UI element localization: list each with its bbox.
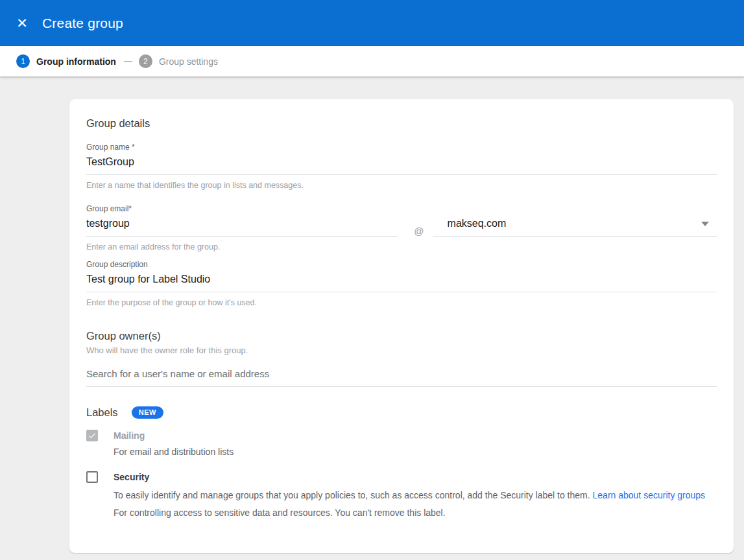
mailing-label: Mailing (114, 430, 145, 441)
step1-label: Group information (36, 56, 116, 67)
step2-circle: 2 (139, 54, 152, 68)
group-email-label: Group email* (86, 204, 398, 213)
group-description-input[interactable] (86, 273, 717, 292)
labels-title: Labels (86, 406, 118, 419)
security-checkbox[interactable] (86, 471, 98, 483)
domain-value: makseq.com (433, 217, 507, 230)
security-note: For controlling access to sensitive data… (114, 504, 717, 522)
wizard-stepper: 1 Group information 2 Group settings (0, 46, 744, 76)
labels-header: Labels NEW (86, 406, 717, 419)
step-group-information[interactable]: 1 Group information (16, 54, 116, 68)
group-name-input[interactable] (86, 156, 717, 175)
group-owners-title: Group owner(s) (86, 329, 717, 342)
owner-search-input[interactable] (86, 368, 717, 387)
group-description-label: Group description (86, 260, 717, 269)
group-email-row: Group email* Enter an email address for … (86, 204, 717, 252)
close-icon[interactable]: ✕ (14, 16, 30, 31)
chevron-down-icon (701, 222, 709, 226)
group-email-helper: Enter an email address for the group. (86, 242, 398, 252)
checkmark-icon (88, 431, 97, 440)
page-body: Group details Group name * Enter a name … (0, 76, 744, 553)
group-owners-subtitle: Who will have the owner role for this gr… (86, 346, 717, 355)
security-description: To easily identify and manage groups tha… (114, 487, 717, 522)
group-email-input[interactable] (86, 217, 398, 237)
security-label: Security (114, 472, 149, 482)
new-badge: NEW (132, 406, 163, 419)
label-option-security: Security To easily identify and manage g… (86, 471, 717, 522)
step2-label: Group settings (159, 56, 218, 67)
dialog-title: Create group (42, 16, 123, 31)
security-description-text: To easily identify and manage groups tha… (114, 490, 590, 500)
step-group-settings[interactable]: 2 Group settings (139, 54, 218, 68)
learn-about-security-groups-link[interactable]: Learn about security groups (593, 490, 706, 500)
group-description-helper: Enter the purpose of the group or how it… (86, 298, 717, 308)
group-name-helper: Enter a name that identifies the group i… (86, 180, 717, 191)
at-symbol: @ (414, 226, 424, 252)
group-information-card: Group details Group name * Enter a name … (69, 99, 734, 553)
group-details-title: Group details (86, 117, 717, 130)
step1-circle: 1 (16, 54, 30, 68)
step-connector (124, 61, 132, 62)
mailing-checkbox[interactable] (86, 430, 98, 441)
mailing-description: For email and distribution lists (114, 447, 717, 457)
dialog-header: ✕ Create group (0, 0, 744, 46)
group-name-label: Group name * (86, 143, 717, 152)
label-option-mailing: Mailing For email and distribution lists (86, 430, 717, 457)
domain-select[interactable]: makseq.com (433, 217, 717, 237)
